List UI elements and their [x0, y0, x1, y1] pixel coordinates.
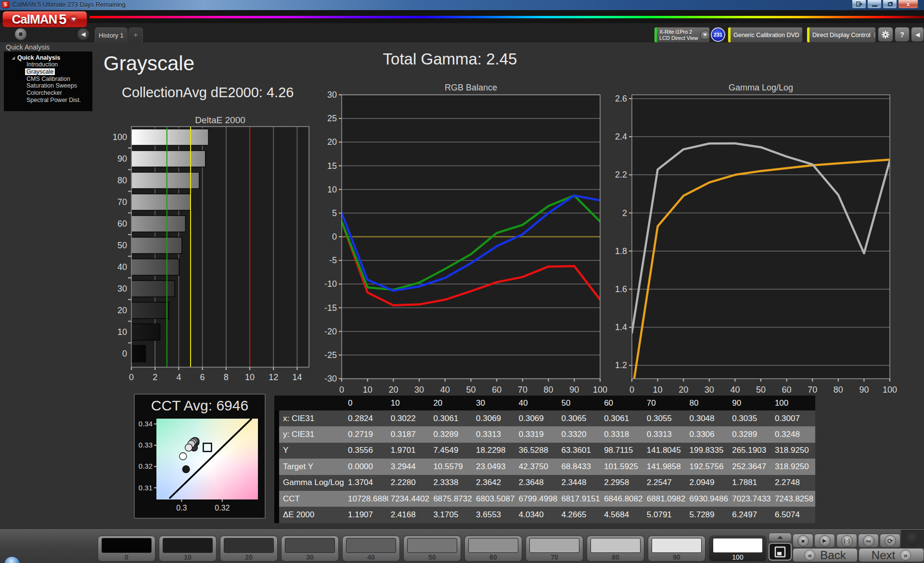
step-button[interactable]: [··] [836, 534, 857, 548]
sidebar-item-spectral-power-dist-[interactable]: Spectral Power Dist. [4, 96, 92, 103]
calman-menu-button[interactable]: CalMAN 5 [2, 11, 87, 27]
sidebar-item-grayscale[interactable]: Grayscale [4, 68, 92, 76]
meter-dropdown-label: X-Rite i1Pro 2 LCD Direct View [657, 28, 700, 42]
sidebar-item-colorchecker[interactable]: Colorchecker [4, 90, 92, 97]
play-button[interactable]: ▶ [814, 534, 835, 548]
pattern-window-button[interactable] [769, 543, 792, 561]
svg-text:14: 14 [292, 372, 302, 382]
table-cell: 0.3069 [516, 410, 559, 426]
svg-text:80: 80 [544, 385, 553, 395]
pattern-level-10-button[interactable]: 10 [159, 536, 217, 562]
swatch-label: 100 [709, 553, 766, 561]
meter-dropdown[interactable]: X-Rite i1Pro 2 LCD Direct View [654, 27, 710, 43]
table-cell: 6817.9151 [559, 491, 602, 507]
table-col-header: 20 [431, 396, 474, 410]
swatch-label: 30 [282, 553, 338, 561]
tab-history-1[interactable]: History 1 [95, 27, 128, 42]
pattern-level-20-button[interactable]: 20 [220, 536, 278, 562]
refresh-button[interactable]: ⟳ [880, 534, 900, 548]
pattern-window-icon [774, 546, 786, 558]
back-button[interactable]: « Back [793, 548, 858, 562]
sidebar-header: Quick Analysis [6, 43, 50, 51]
grayscale-swatch [163, 538, 213, 553]
settings-button[interactable] [878, 27, 893, 42]
sidebar-collapse-button[interactable]: ◀ [77, 28, 90, 40]
minimize-button[interactable] [867, 0, 882, 9]
workspace-dot-button[interactable] [14, 28, 27, 40]
swatch-label: 80 [587, 553, 644, 561]
loop-button[interactable]: ∞ [858, 534, 879, 548]
sidebar-item-saturation-sweeps[interactable]: Saturation Sweeps [4, 82, 92, 90]
pattern-level-30-button[interactable]: 30 [281, 536, 339, 562]
add-tab-button[interactable]: + [128, 27, 143, 42]
svg-text:70: 70 [518, 385, 527, 395]
table-cell: 0.3306 [687, 426, 730, 442]
window-title: CalMAN 5 Ultimate 273 Days Remaining [13, 1, 126, 8]
svg-text:10: 10 [245, 372, 255, 382]
loop-icon: ∞ [863, 535, 874, 547]
table-col-header: 50 [559, 396, 602, 410]
svg-text:-15: -15 [324, 303, 337, 313]
pattern-level-90-button[interactable]: 90 [648, 536, 706, 562]
svg-text:20: 20 [388, 385, 398, 395]
svg-text:60: 60 [782, 385, 792, 395]
pattern-level-0-button[interactable]: 0 [98, 536, 155, 562]
pattern-level-70-button[interactable]: 70 [526, 536, 583, 562]
svg-text:70: 70 [808, 385, 817, 395]
grayscale-swatch [652, 538, 702, 553]
table-cell: 1.1907 [346, 507, 388, 523]
svg-text:4: 4 [176, 372, 181, 382]
source-dropdown[interactable]: Generic Calibration DVD [728, 27, 803, 43]
svg-text:-25: -25 [324, 350, 337, 360]
sidebar-item-cms-calibration[interactable]: CMS Calibration [4, 75, 92, 82]
svg-text:25: 25 [327, 114, 337, 123]
table-cell: 6803.5087 [474, 491, 516, 507]
next-button[interactable]: Next » [859, 548, 924, 562]
svg-text:40: 40 [117, 262, 127, 272]
table-col-header: 100 [772, 396, 815, 410]
svg-text:20: 20 [679, 385, 688, 395]
pattern-level-100-button[interactable]: 100 [709, 536, 767, 562]
display-control-dropdown[interactable]: Direct Display Control [807, 27, 876, 43]
restore-button[interactable] [883, 0, 897, 9]
table-cell: 0.3069 [474, 410, 516, 426]
pattern-level-60-button[interactable]: 60 [464, 536, 522, 562]
pattern-level-80-button[interactable]: 80 [587, 536, 644, 562]
svg-text:20: 20 [117, 306, 127, 315]
total-gamma-reading: Total Gamma: 2.45 [337, 50, 563, 68]
grayscale-swatch [468, 538, 518, 553]
table-cell: 0.3061 [602, 410, 644, 426]
svg-text:5: 5 [332, 208, 337, 218]
table-row-strip [274, 507, 279, 523]
close-button[interactable]: x [898, 0, 918, 9]
table-cell: 0.3022 [388, 410, 431, 426]
pattern-level-40-button[interactable]: 40 [342, 536, 400, 562]
table-cell: 0.3187 [388, 426, 431, 442]
table-cell: 2.2748 [772, 475, 815, 491]
table-cell: 141.8045 [644, 443, 687, 459]
session-switch-button[interactable] [852, 0, 866, 9]
svg-text:10: 10 [117, 327, 127, 337]
svg-text:0: 0 [122, 349, 127, 358]
svg-text:30: 30 [117, 284, 127, 294]
tree-root-quick-analysis[interactable]: ◢ Quick Analysis [4, 54, 92, 61]
svg-text:1.8: 1.8 [615, 246, 627, 256]
record-zone [901, 530, 924, 548]
svg-text:50: 50 [466, 385, 475, 395]
help-button[interactable]: ? [895, 27, 910, 42]
table-col-header: 40 [516, 396, 559, 410]
table-cell: 101.5925 [602, 459, 644, 474]
table-cell: 1.3704 [346, 475, 388, 491]
table-cell: 7243.8258 [772, 491, 815, 507]
svg-text:0.34: 0.34 [139, 420, 153, 428]
pattern-panel-expand-button[interactable] [769, 533, 792, 542]
pattern-level-50-button[interactable]: 50 [403, 536, 461, 562]
panel-collapse-button[interactable]: ◀ [911, 27, 924, 42]
svg-text:80: 80 [117, 176, 127, 185]
stop-button[interactable]: ■ [793, 534, 813, 548]
grayscale-swatch [224, 538, 274, 553]
analysis-tree: ◢ Quick Analysis IntroductionGrayscaleCM… [4, 51, 92, 111]
svg-text:2: 2 [622, 208, 627, 218]
swatch-label: 40 [343, 553, 399, 561]
sidebar-item-introduction[interactable]: Introduction [4, 61, 92, 68]
